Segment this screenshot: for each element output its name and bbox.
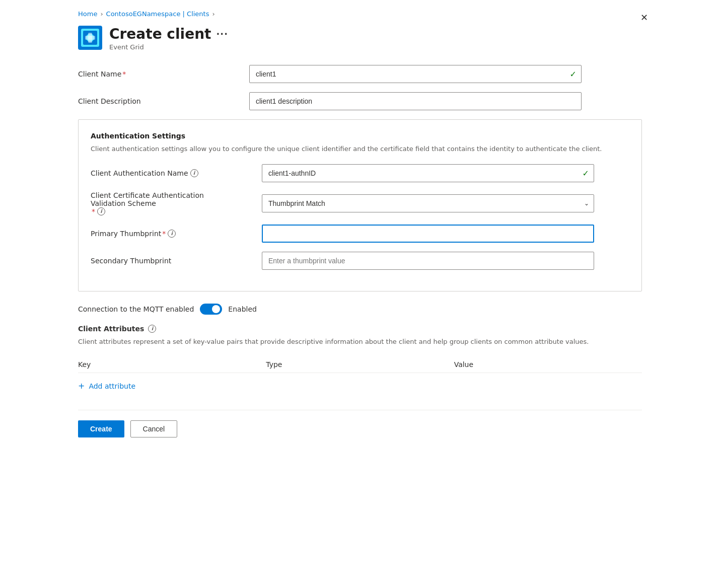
client-name-input[interactable] [249,65,582,83]
cert-scheme-row: Client Certificate Authentication Valida… [91,191,629,215]
auth-name-input-wrapper: ✓ [262,164,594,182]
secondary-thumbprint-input[interactable] [262,252,594,270]
event-grid-icon [78,26,102,50]
secondary-thumbprint-label: Secondary Thumbprint [91,257,262,265]
auth-name-checkmark: ✓ [583,168,589,178]
close-button[interactable]: ✕ [636,10,652,25]
svg-rect-5 [85,36,95,40]
col-key: Key [78,360,266,369]
primary-required-star: * [162,230,166,238]
cert-scheme-select-wrapper: Thumbprint Match DNS Email IP Subject ⌄ [262,194,594,212]
cancel-button[interactable]: Cancel [130,420,178,437]
auth-name-control: ✓ [262,164,594,182]
primary-thumbprint-control [262,225,594,243]
cert-required-star: * [92,207,95,215]
auth-name-label: Client Authentication Name i [91,169,262,177]
auth-settings-title: Authentication Settings [91,132,629,140]
auth-name-info-icon[interactable]: i [190,169,198,177]
add-attr-plus-icon: + [78,381,85,391]
auth-settings-box: Authentication Settings Client authentic… [78,119,642,291]
checkmark-icon: ✓ [570,69,577,79]
client-description-row: Client Description [78,92,642,110]
attributes-table: Key Type Value + Add attribute [78,356,642,395]
add-attr-label: Add attribute [89,382,135,390]
client-name-row: Client Name* ✓ [78,65,642,83]
close-icon: ✕ [640,13,648,23]
breadcrumb: Home › ContosoEGNamespace | Clients › [78,10,642,18]
breadcrumb-home[interactable]: Home [78,10,97,18]
col-type: Type [266,360,454,369]
page-header: Create client ··· Event Grid [78,26,642,51]
secondary-thumbprint-control [262,252,594,270]
cert-scheme-select[interactable]: Thumbprint Match DNS Email IP Subject [262,194,594,212]
cert-scheme-info-icon[interactable]: i [97,207,105,215]
mqtt-label: Connection to the MQTT enabled [78,305,194,313]
col-value: Value [454,360,642,369]
primary-thumbprint-row: Primary Thumbprint* i [91,225,629,243]
more-options-icon[interactable]: ··· [216,29,228,39]
footer-buttons: Create Cancel [78,410,642,437]
breadcrumb-sep2: › [212,10,214,18]
page-subtitle: Event Grid [109,43,642,51]
primary-thumbprint-info-icon[interactable]: i [168,230,176,238]
cert-scheme-label: Client Certificate Authentication Valida… [91,191,262,215]
auth-settings-desc: Client authentication settings allow you… [91,144,629,154]
client-attributes-info-icon[interactable]: i [148,325,156,333]
secondary-thumbprint-row: Secondary Thumbprint [91,252,629,270]
page-title-block: Create client ··· Event Grid [109,26,642,51]
cert-scheme-control: Thumbprint Match DNS Email IP Subject ⌄ [262,194,594,212]
primary-thumbprint-input[interactable] [262,225,594,243]
client-name-input-wrapper: ✓ [249,65,582,83]
client-attributes-title: Client Attributes i [78,325,642,333]
client-description-control [249,92,582,110]
mqtt-toggle-track [200,304,222,315]
mqtt-row: Connection to the MQTT enabled Enabled [78,304,642,315]
breadcrumb-sep1: › [100,10,103,18]
mqtt-toggle[interactable] [200,304,222,315]
required-star: * [122,70,126,78]
mqtt-status: Enabled [228,305,257,313]
attr-table-header: Key Type Value [78,356,642,373]
breadcrumb-namespace[interactable]: ContosoEGNamespace | Clients [106,10,209,18]
auth-name-row: Client Authentication Name i ✓ [91,164,629,182]
primary-thumbprint-label: Primary Thumbprint* i [91,230,262,238]
add-attribute-row[interactable]: + Add attribute [78,377,642,395]
client-description-label: Client Description [78,97,249,105]
client-attributes-desc: Client attributes represent a set of key… [78,337,642,347]
create-button[interactable]: Create [78,420,124,437]
client-description-input[interactable] [249,92,582,110]
client-name-label: Client Name* [78,70,249,78]
page-title: Create client ··· [109,26,642,42]
client-name-control: ✓ [249,65,582,83]
auth-name-input[interactable] [262,164,594,182]
